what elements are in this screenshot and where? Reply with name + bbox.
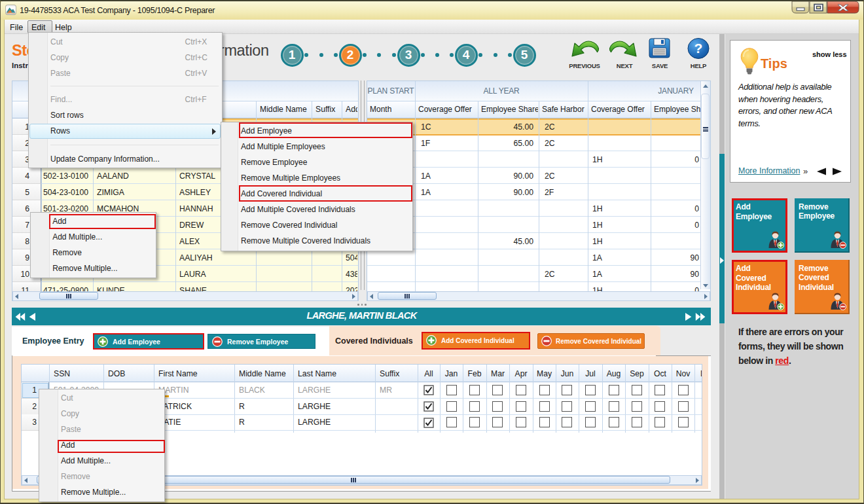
svg-text:?: ? xyxy=(694,41,703,56)
